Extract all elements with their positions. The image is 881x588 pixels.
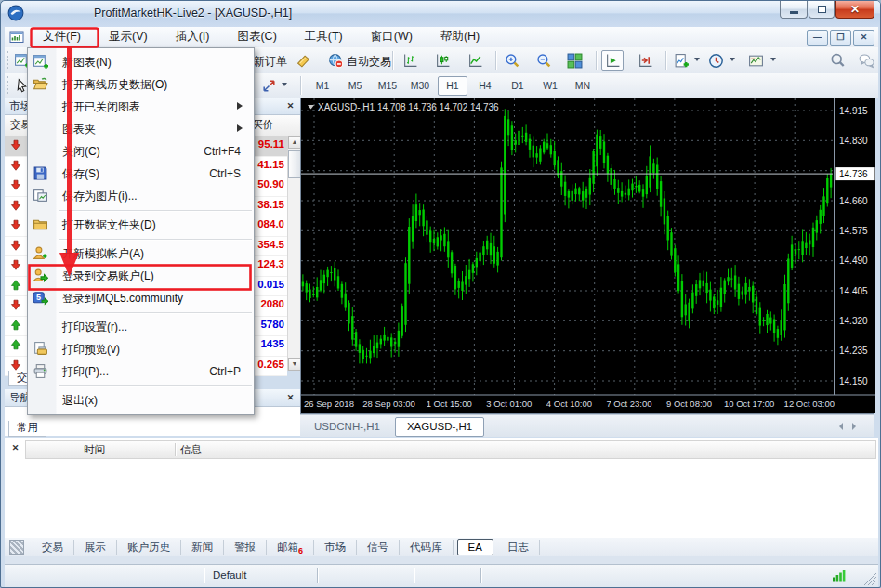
status-profile[interactable]: Default <box>213 569 246 581</box>
bar-chart-mode-button[interactable] <box>399 50 421 71</box>
indicators-button[interactable] <box>670 50 692 71</box>
terminal-tab-代码库[interactable]: 代码库 <box>400 540 454 555</box>
bid-column-header[interactable]: 买价 <box>252 118 273 132</box>
menubar-item-显示(V)[interactable]: 显示(V) <box>95 27 162 47</box>
terminal-tab-新闻[interactable]: 新闻 <box>181 540 224 555</box>
timeframe-MN[interactable]: MN <box>568 76 598 96</box>
search-icon[interactable] <box>826 50 848 71</box>
terminal-tab-账户历史[interactable]: 账户历史 <box>117 540 181 555</box>
restore-button[interactable] <box>809 1 835 19</box>
file-menu-item-图表夹[interactable]: 图表夹 <box>28 118 254 140</box>
menubar-item-插入(I)[interactable]: 插入(I) <box>162 27 224 47</box>
timeframe-W1[interactable]: W1 <box>535 76 565 96</box>
terminal-tab-邮箱[interactable]: 邮箱6 <box>267 540 314 555</box>
terminal-tab-交易[interactable]: 交易 <box>32 540 74 555</box>
timeframe-M15[interactable]: M15 <box>373 76 402 96</box>
menu-item-label: 保存(S) <box>62 163 99 185</box>
menu-item-label: 新图表(N) <box>62 51 112 73</box>
scroll-up-icon[interactable]: ▲ <box>288 136 301 149</box>
terminal-tab-信号[interactable]: 信号 <box>357 540 400 555</box>
terminal-tab-日志[interactable]: 日志 <box>497 540 540 555</box>
child-restore-button[interactable]: ❐ <box>830 30 851 46</box>
connection-signal-icon <box>832 568 847 583</box>
menu-separator <box>59 312 252 313</box>
chart-window[interactable]: 14.91514.83014.66014.57514.49014.40514.3… <box>300 98 874 414</box>
templates-button[interactable] <box>744 50 767 71</box>
title-bar[interactable]: ProfitMarketHK-Live2 - [XAGUSD-,H1] ✕ <box>1 1 881 27</box>
tab-scroll-right-icon[interactable] <box>852 423 860 430</box>
tile-windows-button[interactable] <box>563 50 585 71</box>
gold-tag-icon[interactable] <box>292 50 314 71</box>
timeframe-M1[interactable]: M1 <box>308 76 337 96</box>
navigator-tab-common[interactable]: 常用 <box>8 421 46 437</box>
chart-canvas[interactable]: 14.91514.83014.66014.57514.49014.40514.3… <box>301 98 875 413</box>
indicators-dropdown-icon[interactable] <box>694 58 700 64</box>
terminal-tab-警报[interactable]: 警报 <box>224 540 267 555</box>
child-minimize-button[interactable]: — <box>807 30 828 46</box>
timeframe-D1[interactable]: D1 <box>503 76 533 96</box>
autotrading-label[interactable]: 自动交易 <box>347 54 391 70</box>
child-close-button[interactable]: ✕ <box>853 30 874 46</box>
periods-dropdown-icon[interactable] <box>730 58 735 64</box>
minimize-button[interactable] <box>780 1 808 19</box>
file-menu-item-保存(S)[interactable]: 保存(S)Ctrl+S <box>28 163 254 185</box>
terminal-close-icon[interactable]: ✕ <box>9 442 21 454</box>
terminal-tab-EA[interactable]: EA <box>457 539 493 555</box>
trend-down-icon <box>9 298 22 311</box>
file-menu-item-登录到交易账户(L)[interactable]: 登录到交易账户(L) <box>28 265 254 287</box>
line-chart-mode-button[interactable] <box>464 50 486 71</box>
menu-item-shortcut: Ctrl+S <box>209 163 241 185</box>
arrows-tool-dropdown-icon[interactable] <box>282 83 287 89</box>
timeframe-M5[interactable]: M5 <box>340 76 370 96</box>
file-menu-item-开新模拟帐户(A)[interactable]: 开新模拟帐户(A) <box>28 242 254 265</box>
auto-scroll-button[interactable] <box>601 50 624 71</box>
file-menu-item-保存为图片(i)...[interactable]: 保存为图片(i)... <box>28 185 254 207</box>
chart-shift-button[interactable] <box>634 50 656 71</box>
child-window-icon[interactable] <box>9 30 24 45</box>
chart-tab-XAGUSD-,H1[interactable]: XAGUSD-,H1 <box>395 417 484 437</box>
folder-open-icon <box>33 76 49 93</box>
file-menu-item-打印设置(r)...[interactable]: 打印设置(r)... <box>28 316 254 338</box>
candlestick-mode-button[interactable] <box>431 50 454 71</box>
zoom-in-button[interactable] <box>501 50 523 71</box>
terminal-tab-市场[interactable]: 市场 <box>314 540 357 555</box>
file-menu-item-打开离线历史数据(O)[interactable]: 打开离线历史数据(O) <box>28 73 254 96</box>
tab-scroll-left-icon[interactable] <box>835 423 843 430</box>
navigator-close-icon[interactable]: ✕ <box>284 392 296 404</box>
scroll-down-icon[interactable]: ▼ <box>288 358 301 371</box>
menubar-item-窗口(W)[interactable]: 窗口(W) <box>357 27 427 47</box>
menubar-item-帮助(H)[interactable]: 帮助(H) <box>427 27 493 47</box>
autotrading-icon[interactable] <box>324 50 347 71</box>
market-watch-close-icon[interactable]: ✕ <box>284 100 296 112</box>
file-menu-item-打开已关闭图表[interactable]: 打开已关闭图表 <box>28 96 254 118</box>
terminal-tab-展示[interactable]: 展示 <box>74 540 117 555</box>
file-menu-item-退出(x)[interactable]: 退出(x) <box>28 389 254 412</box>
file-menu-item-打印(P)...[interactable]: 打印(P)...Ctrl+P <box>28 360 254 383</box>
scrollbar-thumb[interactable] <box>288 150 301 178</box>
file-menu-item-新图表(N)[interactable]: 新图表(N) <box>28 51 254 73</box>
svg-text:9 Oct 08:00: 9 Oct 08:00 <box>666 399 712 409</box>
close-button[interactable]: ✕ <box>835 1 874 19</box>
file-menu-item-登录到MQL5.community[interactable]: 5登录到MQL5.community <box>28 287 254 309</box>
menubar-item-图表(C)[interactable]: 图表(C) <box>223 27 290 47</box>
menubar-item-工具(T)[interactable]: 工具(T) <box>291 27 357 47</box>
new-order-label[interactable]: 新订单 <box>254 54 287 70</box>
file-menu-item-关闭(C)[interactable]: 关闭(C)Ctrl+F4 <box>28 140 254 163</box>
templates-dropdown-icon[interactable] <box>770 58 776 64</box>
chat-icon[interactable] <box>855 50 877 71</box>
periods-button[interactable] <box>704 50 727 71</box>
resize-grip[interactable] <box>863 572 876 585</box>
panel-grip-icon[interactable] <box>9 540 24 555</box>
zoom-out-button[interactable] <box>533 50 555 71</box>
arrows-tool-button[interactable] <box>257 75 280 96</box>
timeframe-H4[interactable]: H4 <box>470 76 500 96</box>
file-menu-item-打开数据文件夹(D)[interactable]: 打开数据文件夹(D) <box>28 214 254 236</box>
timeframe-M30[interactable]: M30 <box>405 76 435 96</box>
info-column-header[interactable]: 信息 <box>180 443 202 457</box>
menubar-item-文件(F)[interactable]: 文件(F) <box>29 27 95 47</box>
timeframe-H1[interactable]: H1 <box>438 76 467 96</box>
market-watch-scrollbar[interactable]: ▲ ▼ <box>287 136 301 371</box>
time-column-header[interactable]: 时间 <box>84 443 105 457</box>
chart-tab-USDCNH-,H1[interactable]: USDCNH-,H1 <box>303 418 391 436</box>
file-menu-item-打印预览(v)[interactable]: 打印预览(v) <box>28 338 254 360</box>
